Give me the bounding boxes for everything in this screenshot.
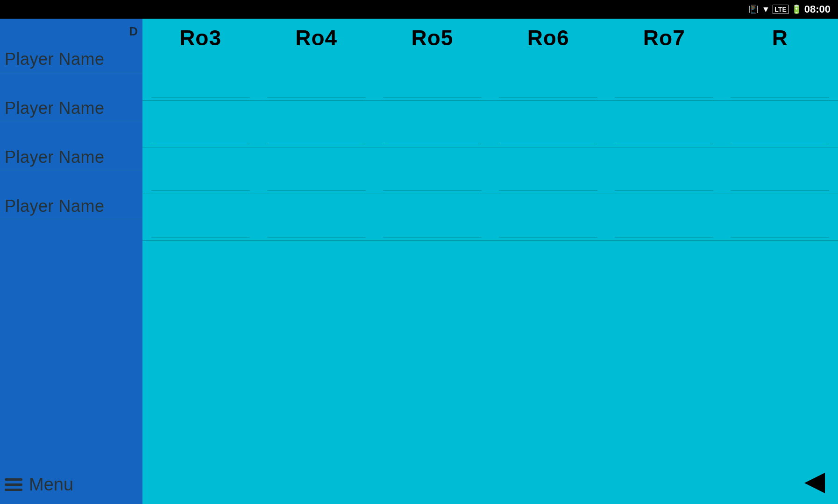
cell-underline (151, 97, 250, 98)
grid-cell[interactable] (258, 144, 374, 147)
player-name: Player Name (5, 196, 105, 216)
grid-cell[interactable] (490, 237, 606, 241)
cell-underline (615, 144, 713, 145)
grid-cell[interactable] (374, 97, 490, 101)
grid-cell[interactable] (722, 237, 838, 241)
menu-button[interactable]: Menu (0, 465, 142, 504)
player-d-label: D (129, 24, 138, 39)
col-header-ro3: Ro3 (142, 25, 258, 50)
grid-cell[interactable] (606, 97, 722, 101)
cell-underline (615, 237, 713, 238)
grid-cell[interactable] (258, 237, 374, 241)
back-arrow-icon (804, 473, 825, 493)
sidebar: Player Name D Player Name Player Name Pl… (0, 19, 142, 504)
hamburger-line-2 (5, 483, 22, 486)
grid-cell[interactable] (374, 190, 490, 194)
cell-underline (267, 144, 366, 145)
battery-icon: 🔋 (791, 4, 802, 14)
main-layout: Player Name D Player Name Player Name Pl… (0, 19, 838, 504)
column-headers: Ro3 Ro4 Ro5 Ro6 Ro7 R (142, 19, 838, 54)
grid-row (142, 54, 838, 101)
col-header-ro5: Ro5 (374, 25, 490, 50)
hamburger-icon (5, 478, 22, 491)
player-item[interactable]: Player Name (0, 170, 142, 219)
col-header-r: R (722, 25, 838, 50)
grid-cell[interactable] (374, 144, 490, 147)
player-name: Player Name (5, 98, 105, 118)
grid-cell[interactable] (490, 144, 606, 147)
cell-underline (151, 237, 250, 238)
player-name: Player Name (5, 147, 105, 167)
grid-cell[interactable] (722, 190, 838, 194)
grid-cell[interactable] (142, 237, 258, 241)
hamburger-line-3 (5, 489, 22, 491)
clock: 08:00 (804, 3, 831, 15)
status-icons: 📳 ▼ LTE 🔋 08:00 (748, 3, 831, 15)
cell-underline (383, 144, 482, 145)
lte-icon: LTE (773, 5, 788, 14)
grid-cell[interactable] (722, 97, 838, 101)
grid-cell[interactable] (490, 190, 606, 194)
grid-cell[interactable] (722, 144, 838, 147)
cell-underline (731, 144, 829, 145)
hamburger-line-1 (5, 478, 22, 481)
grid-cell[interactable] (258, 190, 374, 194)
grid-cell[interactable] (490, 97, 606, 101)
grid-row (142, 101, 838, 147)
back-button[interactable] (801, 471, 829, 495)
player-item[interactable]: Player Name D (0, 19, 142, 72)
grid-cell[interactable] (374, 237, 490, 241)
cell-underline (383, 190, 482, 191)
cell-underline (615, 190, 713, 191)
grid-content (142, 54, 838, 504)
status-bar: 📳 ▼ LTE 🔋 08:00 (0, 0, 838, 19)
cell-underline (151, 190, 250, 191)
cell-underline (731, 237, 829, 238)
cell-underline (383, 97, 482, 98)
col-header-ro6: Ro6 (490, 25, 606, 50)
player-item[interactable]: Player Name (0, 72, 142, 121)
content-area: Ro3 Ro4 Ro5 Ro6 Ro7 R (142, 19, 838, 504)
cell-underline (267, 97, 366, 98)
cell-underline (499, 190, 597, 191)
grid-cell[interactable] (258, 97, 374, 101)
grid-row (142, 194, 838, 241)
col-header-ro4: Ro4 (258, 25, 374, 50)
cell-underline (499, 97, 597, 98)
cell-underline (499, 237, 597, 238)
player-name: Player Name (5, 49, 105, 69)
wifi-icon: ▼ (761, 5, 770, 14)
vibrate-icon: 📳 (748, 4, 759, 14)
grid-cell[interactable] (142, 144, 258, 147)
cell-underline (731, 190, 829, 191)
player-item[interactable]: Player Name (0, 121, 142, 170)
cell-underline (267, 237, 366, 238)
cell-underline (267, 190, 366, 191)
cell-underline (151, 144, 250, 145)
grid-cell[interactable] (606, 144, 722, 147)
cell-underline (499, 144, 597, 145)
grid-cell[interactable] (606, 237, 722, 241)
grid-cell[interactable] (142, 97, 258, 101)
menu-label: Menu (29, 475, 73, 495)
cell-underline (383, 237, 482, 238)
cell-underline (731, 97, 829, 98)
cell-underline (615, 97, 713, 98)
grid-row (142, 147, 838, 194)
grid-cell[interactable] (606, 190, 722, 194)
grid-cell[interactable] (142, 190, 258, 194)
empty-area (142, 241, 838, 504)
col-header-ro7: Ro7 (606, 25, 722, 50)
player-list: Player Name D Player Name Player Name Pl… (0, 19, 142, 461)
